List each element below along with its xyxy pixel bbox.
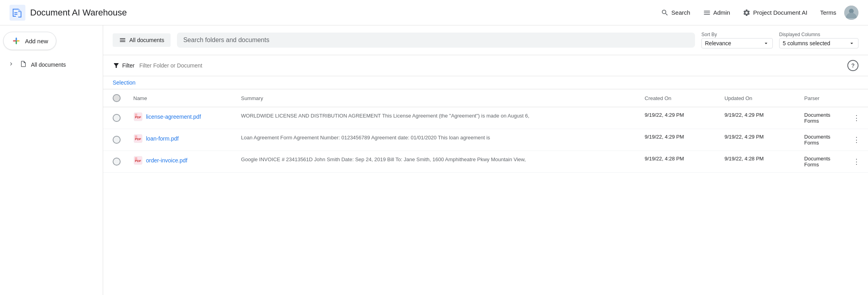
all-documents-btn-label: All documents	[129, 37, 164, 43]
search-box[interactable]: Search folders and documents	[177, 33, 695, 48]
row-parser-cell: DocumentsForms ⋮	[798, 129, 868, 151]
row-created-cell: 9/19/22, 4:29 PM	[638, 129, 718, 151]
columns-select[interactable]: 5 columns selected	[779, 38, 858, 48]
row-checkbox-cell	[103, 151, 127, 173]
row-summary: Loan Agreement Form Agreement Number: 01…	[241, 134, 632, 142]
row-created-date: 9/19/22, 4:29 PM	[645, 112, 712, 118]
sidebar-item-all-documents[interactable]: All documents	[3, 56, 100, 73]
row-checkbox[interactable]	[113, 136, 121, 144]
admin-nav-label: Admin	[713, 9, 730, 16]
svg-rect-14	[135, 157, 137, 160]
sort-dropdown: Sort By Relevance	[701, 32, 773, 48]
selection-bar: Selection	[103, 76, 868, 89]
filter-icon	[113, 62, 120, 69]
row-summary: Google INVOICE # 23413561D John Smith Da…	[241, 156, 632, 164]
col-summary: Summary	[235, 89, 639, 107]
filter-bar: Filter ?	[103, 55, 868, 76]
row-summary-cell: Google INVOICE # 23413561D John Smith Da…	[235, 151, 639, 173]
table-container: Name Summary Created On Updated On Parse…	[103, 89, 868, 295]
pdf-icon: PDF	[133, 156, 143, 165]
search-placeholder: Search folders and documents	[183, 37, 269, 44]
sort-by-label: Sort By	[701, 32, 773, 37]
selection-link[interactable]: Selection	[113, 79, 136, 86]
table-row: PDF license-agreement.pdf WORLDWIDE LICE…	[103, 107, 868, 129]
row-parser-text: DocumentsForms	[804, 134, 830, 146]
avatar-image	[844, 6, 858, 20]
all-documents-button[interactable]: All documents	[113, 33, 171, 47]
svg-rect-10	[135, 135, 137, 139]
svg-rect-6	[135, 114, 137, 117]
project-nav-item[interactable]: Project Document AI	[738, 6, 812, 20]
file-name: PDF loan-form.pdf	[133, 134, 229, 143]
displayed-columns-label: Displayed Columns	[779, 32, 858, 37]
row-parser-text: DocumentsForms	[804, 112, 830, 124]
col-created-on: Created On	[638, 89, 718, 107]
file-name-text[interactable]: license-agreement.pdf	[146, 114, 201, 120]
project-nav-label: Project Document AI	[753, 9, 807, 16]
row-updated-cell: 9/19/22, 4:29 PM	[718, 129, 798, 151]
avatar[interactable]	[844, 6, 858, 20]
file-name-text[interactable]: order-invoice.pdf	[146, 157, 187, 164]
more-options-icon[interactable]: ⋮	[851, 156, 862, 168]
row-updated-cell: 9/19/22, 4:28 PM	[718, 151, 798, 173]
list-icon	[119, 37, 126, 44]
app-header: Document AI Warehouse Search Admin Proje…	[0, 0, 868, 25]
add-new-button[interactable]: Add new	[3, 32, 56, 50]
row-created-date: 9/19/22, 4:29 PM	[645, 134, 712, 140]
search-nav-label: Search	[671, 9, 690, 16]
document-icon	[20, 60, 27, 69]
row-updated-date: 9/19/22, 4:28 PM	[724, 156, 791, 162]
sort-value: Relevance	[705, 40, 731, 46]
gear-icon	[743, 9, 751, 17]
chevron-right-icon	[8, 61, 14, 68]
row-checkbox[interactable]	[113, 158, 121, 166]
table-body: PDF license-agreement.pdf WORLDWIDE LICE…	[103, 107, 868, 173]
parser-cell: DocumentsForms ⋮	[804, 134, 862, 146]
row-created-date: 9/19/22, 4:28 PM	[645, 156, 712, 162]
file-name-text[interactable]: loan-form.pdf	[146, 135, 179, 142]
row-created-cell: 9/19/22, 4:29 PM	[638, 107, 718, 129]
logo-area: Document AI Warehouse	[10, 5, 127, 21]
documents-table: Name Summary Created On Updated On Parse…	[103, 89, 868, 173]
app-title: Document AI Warehouse	[30, 8, 127, 18]
sort-chevron-down-icon	[763, 40, 769, 46]
add-new-label: Add new	[25, 38, 48, 44]
pdf-icon: PDF	[133, 112, 143, 121]
more-options-icon[interactable]: ⋮	[851, 112, 862, 124]
app-body: Add new All documents All documents Sear…	[0, 25, 868, 295]
row-checkbox-cell	[103, 129, 127, 151]
sort-select[interactable]: Relevance	[701, 38, 773, 48]
admin-nav-item[interactable]: Admin	[698, 6, 735, 20]
admin-icon	[703, 9, 711, 17]
row-summary-cell: Loan Agreement Form Agreement Number: 01…	[235, 129, 639, 151]
row-checkbox[interactable]	[113, 114, 121, 122]
columns-chevron-down-icon	[849, 40, 855, 46]
filter-input[interactable]	[139, 62, 843, 69]
row-parser-cell: DocumentsForms ⋮	[798, 107, 868, 129]
header-checkbox[interactable]	[113, 94, 121, 102]
pdf-icon: PDF	[133, 134, 143, 143]
sidebar-item-label: All documents	[31, 62, 66, 68]
file-name: PDF order-invoice.pdf	[133, 156, 229, 165]
main-content: All documents Search folders and documen…	[103, 25, 868, 295]
table-header: Name Summary Created On Updated On Parse…	[103, 89, 868, 107]
row-updated-cell: 9/19/22, 4:29 PM	[718, 107, 798, 129]
plus-icon	[12, 36, 21, 46]
row-parser-text: DocumentsForms	[804, 156, 830, 168]
row-name-cell: PDF loan-form.pdf	[127, 129, 235, 151]
filter-label: Filter	[122, 62, 134, 69]
row-updated-date: 9/19/22, 4:29 PM	[724, 134, 791, 140]
parser-cell: DocumentsForms ⋮	[804, 156, 862, 168]
col-updated-on: Updated On	[718, 89, 798, 107]
columns-dropdown: Displayed Columns 5 columns selected	[779, 32, 858, 48]
search-nav-item[interactable]: Search	[656, 6, 695, 20]
filter-button[interactable]: Filter	[113, 62, 134, 69]
terms-nav-item[interactable]: Terms	[815, 6, 841, 19]
table-row: PDF order-invoice.pdf Google INVOICE # 2…	[103, 151, 868, 173]
header-checkbox-cell	[103, 89, 127, 107]
more-options-icon[interactable]: ⋮	[851, 134, 862, 146]
app-logo-icon	[10, 5, 25, 21]
help-icon[interactable]: ?	[847, 60, 858, 71]
search-icon	[661, 9, 669, 17]
sidebar: Add new All documents	[0, 25, 103, 295]
